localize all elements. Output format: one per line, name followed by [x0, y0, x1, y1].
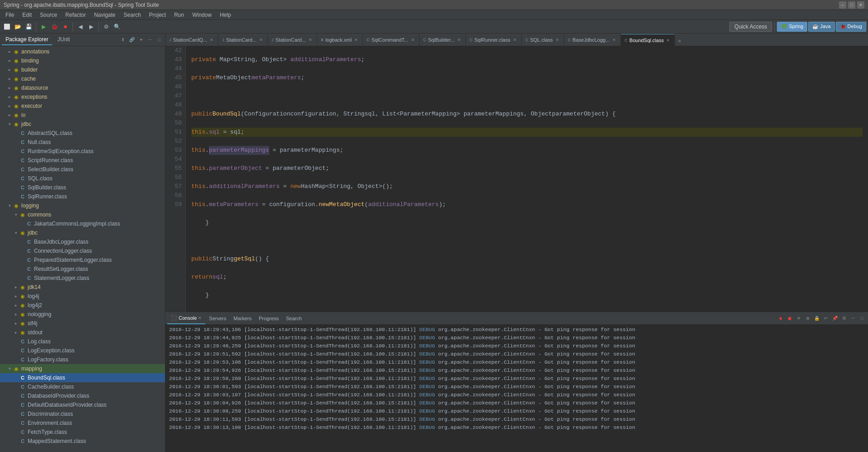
tree-item-logging[interactable]: ▾ ◉ logging [0, 201, 165, 210]
tab-sqlcommandt[interactable]: C SqlCommandT... ✕ [363, 34, 420, 46]
menu-file[interactable]: File [2, 11, 18, 19]
tree-item-jakartacommons[interactable]: C JakartaCommonsLoggingImpl.class [0, 219, 165, 228]
tree-item-scriptrunner[interactable]: C ScriptRunner.class [0, 156, 165, 165]
tree-item-logfactory[interactable]: C LogFactory.class [0, 355, 165, 364]
tab-sql[interactable]: C SQL.class ✕ [522, 34, 564, 46]
tab-logback[interactable]: X logback.xml ✕ [317, 34, 363, 46]
tree-item-log[interactable]: C Log.class [0, 337, 165, 346]
tab-stationcardq[interactable]: J StationCardQ... ✕ [165, 34, 218, 46]
console-settings-button[interactable]: ⚙ [840, 314, 848, 322]
prev-edit-button[interactable]: ◀ [75, 22, 85, 32]
code-content[interactable]: private Map<String, Object> additionalPa… [186, 46, 868, 312]
console-tab-servers[interactable]: Servers [205, 313, 230, 324]
close-tab-sqlbuilder[interactable]: ✕ [456, 37, 462, 43]
collapse-all-button[interactable]: ⬆ [119, 36, 127, 44]
console-tab-progress[interactable]: Progress [255, 313, 282, 324]
minimize-button[interactable]: ─ [839, 1, 846, 9]
tree-item-sql[interactable]: C SQL.class [0, 174, 165, 183]
tree-item-logging-jdbc[interactable]: ▾ ◉ jdbc [0, 228, 165, 237]
tree-item-executor[interactable]: ▸ ◉ executor [0, 101, 165, 111]
search-toolbar-button[interactable]: 🔍 [112, 22, 122, 32]
tree-item-environment[interactable]: C Environment.class [0, 418, 165, 428]
view-menu-button[interactable]: ▾ [137, 36, 145, 44]
perspective-debug-button[interactable]: 🐞 Debug [836, 22, 866, 32]
new-button[interactable]: ⬜ [2, 22, 12, 32]
maximize-button[interactable]: □ [848, 1, 855, 9]
close-tab-stationcardq[interactable]: ✕ [209, 37, 214, 43]
menu-window[interactable]: Window [189, 11, 215, 19]
maximize-panel-button[interactable]: □ [155, 36, 163, 44]
perspective-java-button[interactable]: ☕ Java [808, 22, 834, 32]
tree-item-databaseidprovider[interactable]: C DatabaseIdProvider.class [0, 391, 165, 400]
tree-item-jdbc[interactable]: ▾ ◉ jdbc [0, 120, 165, 129]
tab-sqlbuilder[interactable]: C SqlBuilder... ✕ [420, 34, 466, 46]
perspective-spring-button[interactable]: 🌿 Spring [777, 22, 807, 32]
tree-container[interactable]: ▸ ◉ annotations ▸ ◉ binding ▸ ◉ builder [0, 46, 165, 452]
tree-item-cache[interactable]: ▸ ◉ cache [0, 74, 165, 83]
tree-item-datasource[interactable]: ▸ ◉ datasource [0, 83, 165, 92]
close-tab-logback[interactable]: ✕ [354, 37, 359, 43]
console-tab-console[interactable]: ⬛ Console ✕ [167, 313, 205, 324]
tree-item-builder[interactable]: ▸ ◉ builder [0, 65, 165, 74]
tab-basejdbclogg[interactable]: C BaseJdbcLogg... ✕ [564, 34, 621, 46]
menu-edit[interactable]: Edit [19, 11, 35, 19]
tree-item-null[interactable]: C Null.class [0, 138, 165, 147]
menu-source[interactable]: Source [36, 11, 61, 19]
menu-help[interactable]: Help [216, 11, 235, 19]
minimize-panel-button[interactable]: ─ [146, 36, 154, 44]
tab-package-explorer[interactable]: Package Explorer [2, 34, 52, 45]
console-tab-search[interactable]: Search [282, 313, 305, 324]
code-editor[interactable]: 42 43 44 45 46 47 48 49 50 51 52 53 54 5… [165, 46, 868, 312]
console-clear-button[interactable]: ■ [776, 314, 785, 322]
debug-button[interactable]: 🐞 [49, 22, 59, 32]
console-output[interactable]: 2016-12-29 18:29:43,106 [localhost-start… [165, 325, 868, 452]
console-terminate-button[interactable]: ◼ [786, 314, 794, 322]
console-remove-button[interactable]: ⊗ [804, 314, 812, 322]
menu-project[interactable]: Project [145, 11, 170, 19]
tree-item-commons[interactable]: ▾ ◉ commons [0, 210, 165, 219]
tree-item-exceptions[interactable]: ▸ ◉ exceptions [0, 92, 165, 101]
tab-overflow[interactable]: » [675, 36, 684, 46]
tree-item-fetchtype[interactable]: C FetchType.class [0, 428, 165, 437]
tab-sqlrunner[interactable]: C SqlRunner.class ✕ [466, 34, 522, 46]
tree-item-resultsetlogger[interactable]: C ResultSetLogger.class [0, 264, 165, 274]
tree-item-log4j2[interactable]: ▸ ◉ log4j2 [0, 301, 165, 310]
tree-item-binding[interactable]: ▸ ◉ binding [0, 56, 165, 65]
console-maximize-button[interactable]: □ [858, 314, 866, 322]
tree-item-preparedstatementlogger[interactable]: C PreparedStatementLogger.class [0, 255, 165, 264]
tab-stationcard3[interactable]: J StationCard... ✕ [268, 34, 317, 46]
stop-button[interactable]: ■ [60, 22, 70, 32]
close-tab-stationcard3[interactable]: ✕ [308, 37, 313, 43]
close-button[interactable]: ✕ [857, 1, 864, 9]
tree-item-jdk14[interactable]: ▸ ◉ jdk14 [0, 283, 165, 292]
menu-navigate[interactable]: Navigate [90, 11, 119, 19]
close-tab-sql[interactable]: ✕ [555, 37, 560, 43]
next-edit-button[interactable]: ▶ [86, 22, 96, 32]
console-scroll-lock-button[interactable]: 🔒 [813, 314, 821, 322]
tree-item-selectbuilder[interactable]: C SelectBuilder.class [0, 165, 165, 174]
tree-item-boundsql[interactable]: C BoundSql.class [0, 373, 165, 382]
link-with-editor-button[interactable]: 🔗 [128, 36, 136, 44]
tree-item-sqlrunner[interactable]: C SqlRunner.class [0, 192, 165, 201]
tree-item-io[interactable]: ▸ ◉ io [0, 111, 165, 120]
console-stop-button[interactable]: ✕ [795, 314, 803, 322]
tab-stationcard2[interactable]: J StationCard... ✕ [218, 34, 268, 46]
console-minimize-button[interactable]: ─ [849, 314, 857, 322]
close-tab-sqlcommandt[interactable]: ✕ [410, 37, 416, 43]
tree-item-defaultdatabaseidprovider[interactable]: C DefaultDatabaseIdProvider.class [0, 400, 165, 409]
close-tab-basejdbclogg[interactable]: ✕ [611, 37, 617, 43]
tree-item-discriminator[interactable]: C Discriminator.class [0, 409, 165, 418]
console-pin-button[interactable]: 📌 [831, 314, 839, 322]
run-button[interactable]: ▶ [39, 22, 48, 32]
tree-item-statementlogger[interactable]: C StatementLogger.class [0, 274, 165, 283]
tree-item-connectionlogger[interactable]: C ConnectionLogger.class [0, 246, 165, 255]
tree-item-mapping[interactable]: ▾ ◉ mapping [0, 364, 165, 373]
tree-item-cachebuilder[interactable]: C CacheBuilder.class [0, 382, 165, 391]
tree-item-logexception[interactable]: C LogException.class [0, 346, 165, 355]
tree-item-basejdbclogger[interactable]: C BaseJdbcLogger.class [0, 237, 165, 246]
tree-item-runtimesqlexception[interactable]: C RuntimeSqlException.class [0, 147, 165, 156]
close-tab-boundsql[interactable]: ✕ [665, 38, 671, 43]
menu-refactor[interactable]: Refactor [62, 11, 89, 19]
menu-search[interactable]: Search [120, 11, 145, 19]
console-word-wrap-button[interactable]: ↵ [822, 314, 830, 322]
